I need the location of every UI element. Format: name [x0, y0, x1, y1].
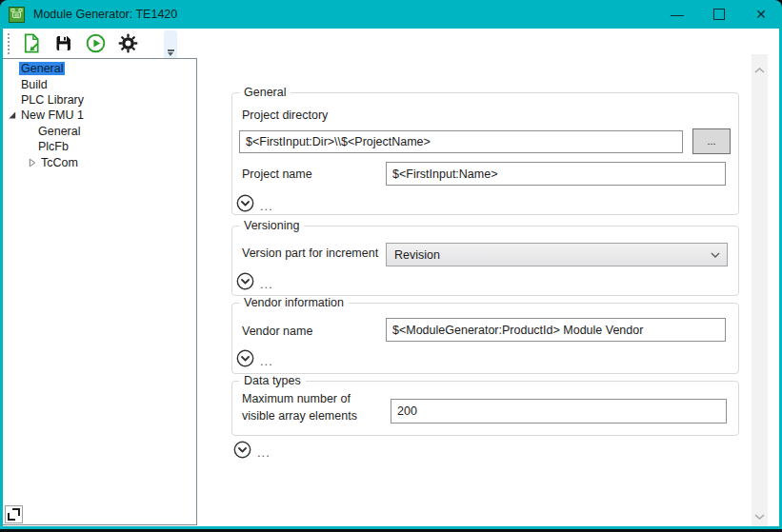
dropdown-value: Revision [394, 248, 440, 262]
chevron-down-circle-icon [236, 349, 254, 367]
expander-bottom-more[interactable]: ... [233, 441, 271, 459]
window-controls: — ✕ [656, 0, 782, 29]
close-icon: ✕ [755, 7, 767, 22]
chevron-down-circle-icon [236, 194, 254, 212]
group-title: Versioning [239, 219, 304, 233]
vendor-name-input[interactable] [386, 318, 726, 342]
expander-label: ... [260, 196, 273, 211]
browse-button[interactable]: ... [692, 128, 731, 154]
toolbar-overflow-button[interactable] [164, 30, 177, 59]
group-general: General Project directory ... Project na… [231, 92, 739, 215]
version-part-dropdown[interactable]: Revision [386, 243, 728, 266]
group-data-types: Data types Maximum number of visible arr… [231, 381, 739, 436]
chevron-down-icon [711, 252, 720, 258]
project-directory-input[interactable] [239, 130, 683, 153]
group-title: Vendor information [239, 296, 349, 310]
minimize-icon: — [671, 7, 684, 22]
scroll-up-button[interactable] [752, 62, 768, 78]
main-panel: General Project directory ... Project na… [198, 58, 779, 526]
new-module-button[interactable] [17, 30, 44, 56]
expander-general-more[interactable]: ... [236, 194, 273, 212]
tree-item-label: General [38, 125, 80, 138]
maximize-button[interactable] [698, 0, 740, 29]
tree-item-tccom[interactable]: TcCom [3, 154, 196, 169]
tree-item-label: New FMU 1 [21, 108, 84, 122]
new-file-icon [20, 32, 42, 54]
settings-button[interactable] [114, 30, 141, 56]
save-icon [53, 33, 73, 53]
tree-item-fmu-general[interactable]: General [3, 124, 196, 139]
maximize-icon [713, 9, 725, 20]
expander-vendor-more[interactable]: ... [236, 349, 273, 367]
version-part-label: Version part for increment [242, 246, 378, 260]
tree-item-label: TcCom [41, 156, 78, 169]
window-title: Module Generator: TE1420 [33, 8, 177, 21]
max-array-elements-label: Maximum number of visible array elements [242, 390, 387, 424]
chevron-up-icon [754, 68, 765, 73]
group-title: General [239, 86, 291, 100]
tree-item-label: PLC Library [21, 93, 84, 107]
chevron-down-icon [754, 514, 765, 520]
tree-item-plc-library[interactable]: PLC Library [3, 92, 196, 108]
toolbar-grip[interactable] [8, 33, 11, 54]
tree-item-general[interactable]: General [3, 61, 196, 76]
chevron-down-circle-icon [236, 272, 254, 290]
scroll-down-button[interactable] [752, 508, 768, 524]
toolbar [3, 29, 779, 58]
scrollbar-track[interactable] [752, 54, 768, 526]
expander-label: ... [260, 351, 273, 366]
tree-expanded-icon[interactable] [9, 110, 17, 120]
chevron-down-circle-icon [233, 441, 251, 459]
tree-item-label: Build [21, 78, 48, 91]
expander-versioning-more[interactable]: ... [236, 272, 273, 290]
expander-label: ... [257, 443, 271, 458]
grip-corner-icon [8, 513, 15, 521]
tree-item-plcfb[interactable]: PlcFb [3, 139, 196, 154]
close-button[interactable]: ✕ [740, 0, 782, 29]
project-name-input[interactable] [386, 162, 726, 186]
run-button[interactable] [82, 30, 109, 56]
tree-item-label: PlcFb [38, 140, 69, 153]
app-icon [9, 7, 25, 23]
save-button[interactable] [50, 30, 76, 56]
tree-item-new-fmu-1[interactable]: New FMU 1 [3, 108, 196, 123]
vendor-name-label: Vendor name [242, 325, 312, 338]
window-body: General Build PLC Library New FMU 1 Gene… [3, 29, 779, 526]
project-name-label: Project name [242, 167, 312, 181]
tree-collapsed-icon[interactable] [29, 158, 37, 167]
gear-icon [117, 32, 139, 54]
group-versioning: Versioning Version part for increment Re… [231, 226, 739, 296]
app-window: Module Generator: TE1420 — ✕ [0, 0, 782, 529]
navigation-tree: General Build PLC Library New FMU 1 Gene… [3, 58, 197, 525]
overflow-icon [168, 49, 174, 56]
run-icon [85, 32, 107, 54]
group-title: Data types [239, 374, 306, 388]
resize-grip-button[interactable] [5, 505, 23, 523]
titlebar: Module Generator: TE1420 — ✕ [0, 0, 782, 29]
minimize-button[interactable]: — [656, 0, 698, 29]
tree-item-build[interactable]: Build [3, 76, 196, 91]
tree-item-label: General [19, 62, 65, 75]
project-directory-label: Project directory [242, 108, 328, 122]
group-vendor-information: Vendor information Vendor name ... [231, 303, 739, 374]
expander-label: ... [260, 274, 273, 289]
max-array-elements-input[interactable] [391, 399, 727, 424]
